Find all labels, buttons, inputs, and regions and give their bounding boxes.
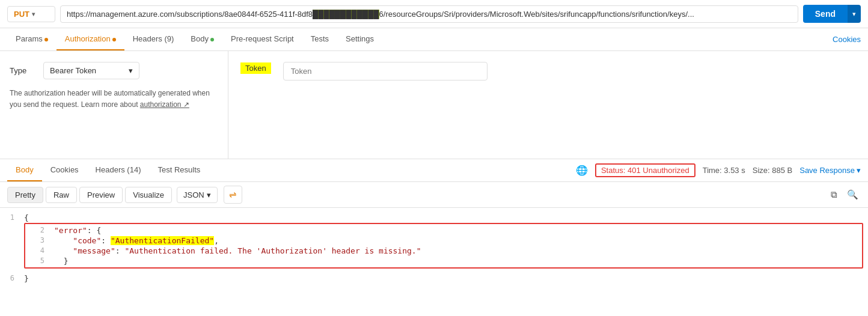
code-line-6: 6 } [0,273,868,284]
code-line-2: 2 "error": { [30,225,857,235]
url-prefix: https://management.azure.com/subscriptio… [67,10,313,19]
tab-authorization[interactable]: Authorization [57,28,124,50]
type-row: Type Bearer Token ▾ [10,62,218,79]
send-button-group: Send ▾ [803,5,861,23]
cookies-link[interactable]: Cookies [833,35,861,44]
send-dropdown-button[interactable]: ▾ [848,5,861,23]
raw-view-button[interactable]: Raw [46,187,77,203]
response-header: Body Cookies Headers (14) Test Results 🌐… [0,159,868,182]
code-line-4: 4 "message": "Authentication failed. The… [30,246,857,256]
response-size: Size: 885 B [753,166,793,175]
tab-pre-request-script[interactable]: Pre-request Script [222,28,302,50]
resp-tab-body[interactable]: Body [7,159,42,181]
visualize-view-button[interactable]: Visualize [125,187,172,203]
error-block-wrapper: 2 "error": { 3 "code": "AuthenticationFa… [0,223,868,273]
response-time: Time: 3.53 s [703,166,745,175]
type-value: Bearer Token [50,66,96,75]
url-highlight: ████████████ [313,10,379,19]
top-bar: PUT ▾ https://management.azure.com/subsc… [0,0,868,28]
response-meta: 🌐 Status: 401 Unauthorized Time: 3.53 s … [576,163,861,177]
resp-tab-headers[interactable]: Headers (14) [87,159,150,181]
code-area: 1 { 2 "error": { 3 "code": "Authenticati… [0,208,868,298]
type-label: Type [10,66,34,75]
format-select[interactable]: JSON ▾ [177,187,218,203]
type-select[interactable]: Bearer Token ▾ [43,62,139,79]
auth-dot [112,38,116,41]
url-suffix: 6/resourceGroups/Sri/providers/Microsoft… [379,10,694,19]
auth-learn-more-link[interactable]: authorization ↗ [140,100,189,109]
resp-tab-test-results[interactable]: Test Results [149,159,209,181]
error-block: 2 "error": { 3 "code": "AuthenticationFa… [24,223,863,269]
save-response-chevron: ▾ [857,166,861,175]
auth-description: The authorization header will be automat… [10,88,218,111]
code-line-1: 1 { [0,213,868,223]
params-dot [44,38,48,41]
method-select[interactable]: PUT ▾ [7,6,55,22]
send-button[interactable]: Send [803,5,848,23]
copy-icon-button[interactable]: ⧉ [828,187,840,202]
preview-view-button[interactable]: Preview [79,187,123,203]
format-label: JSON [183,190,204,199]
format-chevron: ▾ [207,190,211,199]
tab-body[interactable]: Body [182,28,222,50]
resp-tab-cookies[interactable]: Cookies [42,159,87,181]
url-bar[interactable]: https://management.azure.com/subscriptio… [60,5,798,23]
auth-left-panel: Type Bearer Token ▾ The authorization he… [0,51,228,159]
filter-icon-button[interactable]: ⇌ [224,186,242,204]
auth-right-panel: Token [228,51,868,159]
pretty-view-button[interactable]: Pretty [7,187,43,203]
tab-tests[interactable]: Tests [302,28,337,50]
body-dot [210,38,214,41]
code-line-3: 3 "code": "AuthenticationFailed", [30,235,857,246]
code-line-5: 5 } [30,256,857,266]
type-chevron: ▾ [129,66,133,75]
method-label: PUT [14,10,29,19]
body-toolbar: Pretty Raw Preview Visualize JSON ▾ ⇌ ⧉ … [0,182,868,208]
request-tabs: Params Authorization Headers (9) Body Pr… [0,28,868,51]
auth-panel: Type Bearer Token ▾ The authorization he… [0,51,868,159]
toolbar-right: ⧉ 🔍 [828,187,861,202]
save-response-button[interactable]: Save Response ▾ [799,166,861,175]
status-badge: Status: 401 Unauthorized [595,163,695,177]
search-icon-button[interactable]: 🔍 [845,187,861,202]
globe-icon[interactable]: 🌐 [576,165,588,176]
method-chevron: ▾ [32,11,35,17]
tab-settings[interactable]: Settings [337,28,382,50]
tab-headers[interactable]: Headers (9) [124,28,183,50]
token-label: Token [240,62,271,74]
tab-params[interactable]: Params [7,28,57,50]
token-input[interactable] [283,62,487,81]
